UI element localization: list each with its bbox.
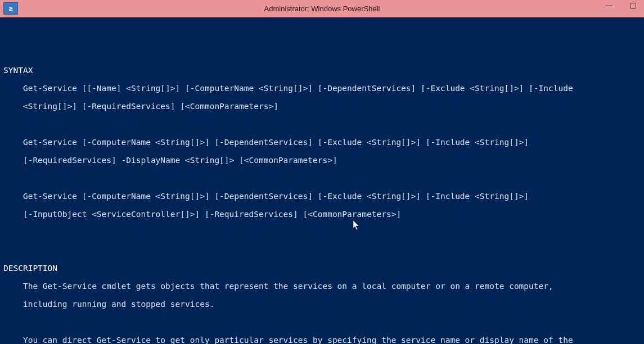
- window-controls: — ▢: [602, 0, 640, 12]
- syntax-line: [-InputObject <ServiceController[]>] [-R…: [3, 210, 641, 219]
- syntax-line: Get-Service [-ComputerName <String[]>] […: [3, 138, 641, 147]
- description-line: The Get-Service cmdlet gets objects that…: [3, 282, 641, 291]
- blank-line: [3, 174, 641, 183]
- titlebar[interactable]: ≥ Administrator: Windows PowerShell — ▢: [0, 0, 644, 17]
- syntax-line: [-RequiredServices] -DisplayName <String…: [3, 156, 641, 165]
- description-line: including running and stopped services.: [3, 300, 641, 309]
- syntax-heading: SYNTAX: [3, 66, 641, 75]
- blank-line: [3, 318, 641, 327]
- terminal-viewport[interactable]: SYNTAX Get-Service [[-Name] <String[]>] …: [0, 17, 644, 344]
- syntax-line: Get-Service [-ComputerName <String[]>] […: [3, 192, 641, 201]
- description-heading: DESCRIPTION: [3, 264, 641, 273]
- blank-line: [3, 228, 641, 237]
- blank-line: [3, 120, 641, 129]
- maximize-button[interactable]: ▢: [626, 0, 640, 10]
- description-line: You can direct Get-Service to get only p…: [3, 336, 641, 344]
- syntax-line: <String[]>] [-RequiredServices] [<Common…: [3, 102, 641, 111]
- blank-line: [3, 30, 641, 39]
- powershell-window: ≥ Administrator: Windows PowerShell — ▢ …: [0, 0, 644, 344]
- blank-line: [3, 246, 641, 255]
- blank-line: [3, 48, 641, 57]
- minimize-button[interactable]: —: [602, 0, 616, 10]
- syntax-line: Get-Service [[-Name] <String[]>] [-Compu…: [3, 84, 641, 93]
- window-title: Administrator: Windows PowerShell: [0, 4, 644, 13]
